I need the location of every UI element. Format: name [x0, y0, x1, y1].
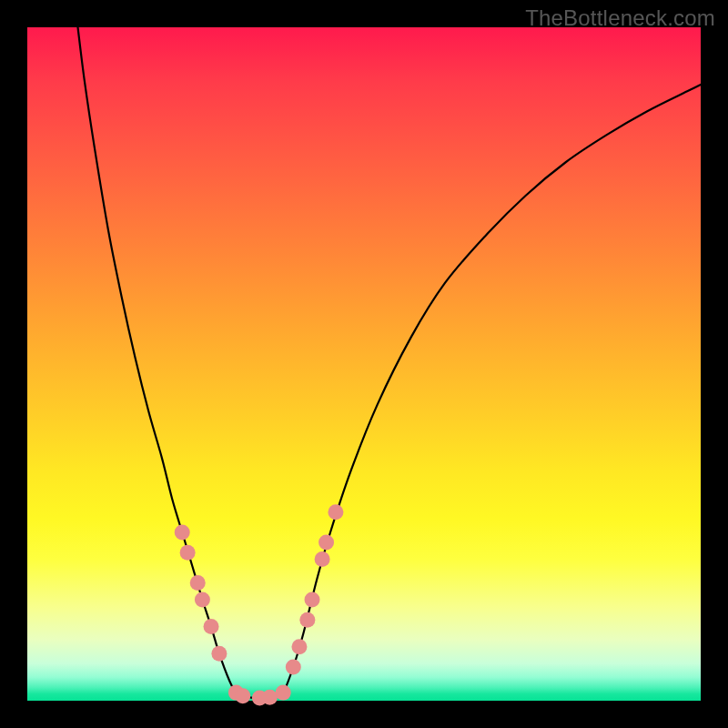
data-marker: [276, 685, 291, 701]
data-markers: [175, 504, 344, 705]
curve-overlay: [27, 27, 701, 701]
data-marker: [299, 612, 315, 628]
data-marker: [305, 592, 320, 608]
data-marker: [190, 575, 206, 591]
data-marker: [262, 690, 278, 705]
data-marker: [180, 545, 196, 561]
data-marker: [318, 535, 334, 551]
data-marker: [195, 592, 210, 608]
data-marker: [211, 646, 227, 662]
plot-area: [27, 27, 701, 701]
data-marker: [315, 551, 330, 567]
bottleneck-curve: [78, 27, 702, 698]
data-marker: [235, 688, 250, 703]
data-marker: [328, 504, 343, 520]
chart-frame: TheBottleneck.com: [0, 0, 728, 728]
data-marker: [175, 525, 190, 541]
data-marker: [204, 619, 219, 634]
watermark-label: TheBottleneck.com: [525, 5, 715, 31]
data-marker: [291, 639, 307, 654]
data-marker: [286, 660, 301, 675]
